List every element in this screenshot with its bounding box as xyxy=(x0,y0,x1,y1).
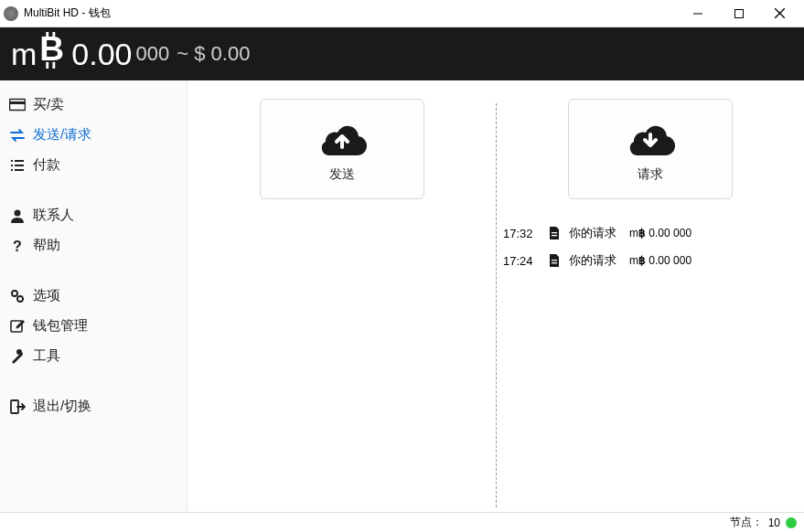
request-panel: 请求 17:32 你的请求 m฿ 0.00 000 17:24 xyxy=(496,90,804,512)
svg-rect-11 xyxy=(11,160,13,162)
file-icon xyxy=(547,253,562,268)
svg-rect-13 xyxy=(11,165,13,166)
svg-rect-10 xyxy=(9,101,26,104)
svg-rect-9 xyxy=(10,99,26,110)
tx-amount: m฿ 0.00 000 xyxy=(629,254,691,267)
maximize-button[interactable] xyxy=(718,1,759,27)
balance-unit-prefix: m xyxy=(11,37,37,72)
bitcoin-symbol-icon: B xyxy=(37,32,66,76)
mbtc-prefix: m xyxy=(629,227,638,239)
cloud-download-icon xyxy=(623,116,678,157)
window-title: MultiBit HD - 钱包 xyxy=(24,5,677,21)
svg-rect-25 xyxy=(552,260,557,261)
sidebar-label: 钱包管理 xyxy=(33,317,88,335)
balance-amount: 0.00 xyxy=(71,37,132,72)
svg-rect-16 xyxy=(15,169,24,171)
bitcoin-symbol-icon: ฿ xyxy=(638,227,646,239)
body: 买/卖 发送/请求 付款 联系人 ? 帮助 xyxy=(0,80,804,512)
sidebar-item-send-request[interactable]: 发送/请求 xyxy=(0,120,187,150)
minimize-button[interactable] xyxy=(677,1,718,27)
file-icon xyxy=(547,226,562,240)
list-icon xyxy=(9,157,26,174)
sidebar-item-exit-switch[interactable]: 退出/切换 xyxy=(0,391,187,421)
sidebar-label: 工具 xyxy=(33,347,60,365)
sidebar-item-tools[interactable]: 工具 xyxy=(0,341,187,371)
exchange-icon xyxy=(9,127,26,144)
question-icon: ? xyxy=(9,238,26,254)
main-content: 发送 请求 17:32 你的请求 xyxy=(188,80,804,512)
request-label: 请求 xyxy=(638,166,663,183)
sidebar-item-buy-sell[interactable]: 买/卖 xyxy=(0,90,187,120)
tx-desc: 你的请求 xyxy=(569,252,616,269)
nodes-count: 10 xyxy=(768,516,780,529)
sidebar-label: 联系人 xyxy=(33,207,74,224)
svg-point-17 xyxy=(15,209,21,216)
tx-amount: m฿ 0.00 000 xyxy=(629,227,691,239)
sidebar-item-help[interactable]: ? 帮助 xyxy=(0,230,187,261)
sidebar-item-options[interactable]: 选项 xyxy=(0,281,187,311)
svg-rect-23 xyxy=(552,232,557,233)
svg-text:?: ? xyxy=(13,239,22,254)
svg-rect-14 xyxy=(15,165,24,166)
sidebar-label: 退出/切换 xyxy=(33,398,91,415)
cloud-upload-icon xyxy=(315,116,370,157)
credit-card-icon xyxy=(9,97,26,113)
nodes-label: 节点： xyxy=(730,515,763,530)
vertical-divider xyxy=(496,103,497,507)
edit-icon xyxy=(9,318,26,335)
send-label: 发送 xyxy=(329,166,355,183)
svg-rect-24 xyxy=(552,235,557,236)
sidebar-item-contacts[interactable]: 联系人 xyxy=(0,200,187,230)
balance-fiat: ~ $ 0.00 xyxy=(177,42,250,66)
sidebar-item-wallet-mgmt[interactable]: 钱包管理 xyxy=(0,311,187,341)
svg-rect-12 xyxy=(15,160,24,162)
request-button[interactable]: 请求 xyxy=(568,99,733,199)
sign-out-icon xyxy=(9,399,26,415)
tx-time: 17:32 xyxy=(503,227,540,240)
sidebar-item-payments[interactable]: 付款 xyxy=(0,150,187,180)
balance-bar: m B 0.00 000 ~ $ 0.00 xyxy=(0,27,804,80)
transaction-list: 17:32 你的请求 m฿ 0.00 000 17:24 你的请求 xyxy=(496,219,804,274)
svg-rect-1 xyxy=(734,9,743,17)
sidebar-label: 选项 xyxy=(33,287,60,304)
tx-time: 17:24 xyxy=(503,254,540,268)
svg-rect-26 xyxy=(552,262,557,263)
svg-text:B: B xyxy=(39,32,64,68)
tx-desc: 你的请求 xyxy=(569,225,616,241)
mbtc-prefix: m xyxy=(629,254,638,267)
close-button[interactable] xyxy=(759,1,800,27)
sidebar-label: 帮助 xyxy=(33,237,60,254)
send-button[interactable]: 发送 xyxy=(260,99,424,199)
svg-point-20 xyxy=(17,296,23,302)
app-icon xyxy=(4,6,18,21)
gears-icon xyxy=(9,288,26,304)
window-controls xyxy=(677,1,800,27)
wrench-icon xyxy=(9,348,26,365)
send-panel: 发送 xyxy=(188,90,496,512)
sidebar-label: 买/卖 xyxy=(33,96,64,113)
balance-decimals: 000 xyxy=(136,42,170,66)
bitcoin-symbol-icon: ฿ xyxy=(638,254,646,267)
status-bar: 节点： 10 xyxy=(0,512,804,532)
status-dot-icon xyxy=(786,517,797,528)
transaction-row[interactable]: 17:24 你的请求 m฿ 0.00 000 xyxy=(503,247,797,274)
svg-point-19 xyxy=(12,291,17,296)
sidebar-label: 发送/请求 xyxy=(33,126,91,144)
sidebar: 买/卖 发送/请求 付款 联系人 ? 帮助 xyxy=(0,80,188,512)
transaction-row[interactable]: 17:32 你的请求 m฿ 0.00 000 xyxy=(503,219,797,247)
titlebar: MultiBit HD - 钱包 xyxy=(0,0,804,27)
svg-rect-15 xyxy=(11,169,13,171)
sidebar-label: 付款 xyxy=(33,156,60,174)
user-icon xyxy=(9,207,26,224)
